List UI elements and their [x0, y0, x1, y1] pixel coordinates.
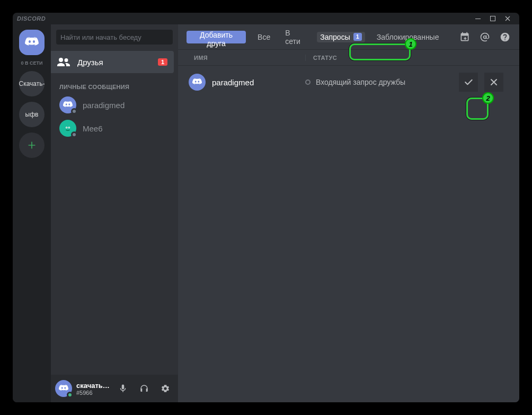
tab-online[interactable]: В сети [282, 28, 308, 47]
help-icon [500, 32, 510, 42]
add-server-button[interactable] [19, 133, 45, 158]
close-icon [489, 77, 499, 87]
mentions-button[interactable] [479, 31, 491, 43]
tab-pending-badge: 1 [353, 33, 362, 41]
dm-section-header: ЛИЧНЫЕ СООБЩЕНИЯ [51, 74, 178, 93]
discord-logo-icon [63, 101, 73, 109]
search-input[interactable] [56, 30, 173, 45]
tab-pending[interactable]: Запросы 1 [317, 32, 365, 42]
gear-icon [161, 384, 170, 393]
home-button[interactable] [19, 30, 45, 55]
tab-pending-label: Запросы [320, 33, 350, 41]
app-brand: DISCORD [17, 15, 46, 22]
user-name: скачать-дис... [76, 382, 110, 390]
status-online-icon [67, 392, 73, 398]
col-status: СТАТУС [305, 55, 450, 61]
svg-rect-1 [491, 16, 495, 21]
at-icon [480, 32, 490, 42]
headphones-icon [139, 384, 149, 393]
svg-rect-0 [475, 19, 481, 19]
friends-tab[interactable]: Друзья 1 [51, 51, 174, 73]
status-indicator-icon [305, 80, 311, 85]
request-username: paradigmed [212, 78, 254, 87]
user-tag: #5966 [76, 390, 110, 396]
deafen-button[interactable] [136, 380, 153, 397]
bot-face-icon [63, 125, 73, 132]
friends-label: Друзья [77, 58, 150, 67]
settings-button[interactable] [157, 380, 174, 397]
microphone-icon [118, 384, 128, 393]
window-minimize-button[interactable] [471, 13, 485, 24]
request-avatar [189, 74, 206, 91]
window-maximize-button[interactable] [485, 13, 500, 24]
dm-avatar [59, 120, 76, 137]
server-item[interactable]: Скачать- [19, 71, 45, 96]
dm-item[interactable]: Mee6 [55, 117, 174, 139]
dm-avatar [59, 96, 76, 113]
help-button[interactable] [499, 31, 511, 43]
svg-point-4 [66, 127, 67, 128]
decline-request-button[interactable] [484, 73, 503, 92]
column-headers: ИМЯ СТАТУС [178, 50, 519, 66]
friends-badge: 1 [158, 58, 167, 66]
rail-online-label: 0 В СЕТИ [21, 60, 43, 66]
titlebar: DISCORD [13, 13, 519, 24]
new-message-icon [459, 32, 470, 42]
tab-all[interactable]: Все [254, 32, 273, 42]
status-offline-icon [71, 131, 77, 138]
check-icon [463, 77, 474, 87]
tab-blocked[interactable]: Заблокированные [374, 32, 442, 42]
add-friend-button[interactable]: Добавить друга [187, 31, 246, 43]
friends-icon [57, 58, 70, 66]
user-avatar[interactable] [55, 380, 72, 397]
svg-point-5 [69, 127, 69, 128]
dm-name: Mee6 [83, 124, 103, 133]
status-offline-icon [71, 108, 77, 114]
server-item[interactable]: ыфв [19, 102, 45, 127]
discord-logo-icon [192, 78, 202, 86]
accept-request-button[interactable] [459, 73, 478, 92]
friends-toolbar: Добавить друга Все В сети Запросы 1 Забл… [178, 24, 519, 50]
discord-logo-icon [58, 385, 69, 392]
col-name: ИМЯ [194, 55, 305, 61]
dm-sidebar: Друзья 1 ЛИЧНЫЕ СООБЩЕНИЯ paradigmed Mee… [51, 24, 178, 402]
user-panel: скачать-дис... #5966 [51, 375, 178, 402]
window-close-button[interactable] [500, 13, 515, 24]
dm-name: paradigmed [83, 101, 125, 110]
mute-button[interactable] [114, 380, 131, 397]
new-group-dm-button[interactable] [459, 31, 471, 43]
request-status-text: Входящий запрос дружбы [316, 78, 405, 86]
server-rail: 0 В СЕТИ Скачать- ыфв [13, 24, 51, 402]
main-content: Добавить друга Все В сети Запросы 1 Забл… [178, 24, 519, 402]
friend-request-row[interactable]: paradigmed Входящий запрос дружбы [178, 66, 519, 99]
dm-item[interactable]: paradigmed [55, 94, 174, 116]
